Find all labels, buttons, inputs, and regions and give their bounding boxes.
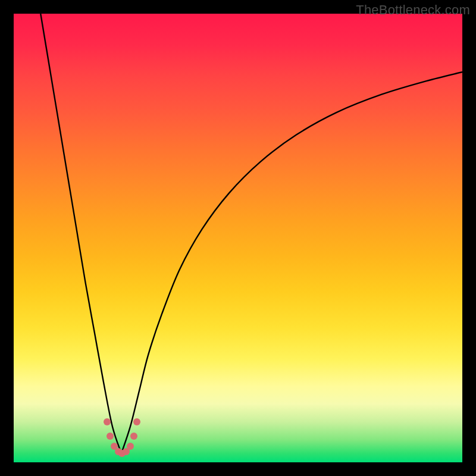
watermark-text: TheBottleneck.com (356, 2, 470, 18)
valley-dots-layer (14, 14, 462, 462)
valley-dot (127, 443, 134, 450)
valley-dot (104, 418, 111, 425)
chart-plot-area (14, 14, 462, 462)
valley-dot (107, 433, 114, 440)
valley-dot (130, 433, 137, 440)
valley-dot (133, 418, 140, 425)
